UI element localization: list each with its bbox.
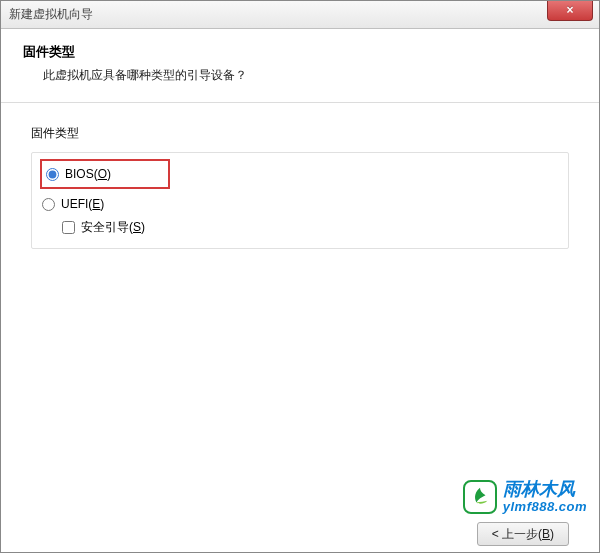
close-button[interactable]: × <box>547 1 593 21</box>
radio-bios[interactable]: BIOS(O) <box>40 159 170 189</box>
checkbox-secure-boot-input[interactable] <box>62 221 75 234</box>
leaf-icon <box>469 486 491 508</box>
header-panel: 固件类型 此虚拟机应具备哪种类型的引导设备？ <box>1 29 599 103</box>
close-icon: × <box>566 3 573 17</box>
watermark-text: 雨林木风 ylmf888.com <box>503 480 587 514</box>
checkbox-secure-boot-label: 安全引导(S) <box>81 219 145 236</box>
page-subtitle: 此虚拟机应具备哪种类型的引导设备？ <box>23 67 577 84</box>
group-label: 固件类型 <box>31 125 569 142</box>
watermark: 雨林木风 ylmf888.com <box>463 480 587 514</box>
watermark-icon <box>463 480 497 514</box>
checkbox-secure-boot[interactable]: 安全引导(S) <box>40 215 560 238</box>
footer-buttons: < 上一步(B) <box>1 522 599 546</box>
content-area: 固件类型 BIOS(O) UEFI(E) 安全引导(S) <box>1 103 599 259</box>
watermark-url: ylmf888.com <box>503 500 587 514</box>
window-title: 新建虚拟机向导 <box>9 6 93 23</box>
radio-uefi-label: UEFI(E) <box>61 197 104 211</box>
radio-bios-label: BIOS(O) <box>65 167 111 181</box>
back-button[interactable]: < 上一步(B) <box>477 522 569 546</box>
firmware-options: BIOS(O) UEFI(E) 安全引导(S) <box>31 152 569 249</box>
titlebar: 新建虚拟机向导 × <box>1 1 599 29</box>
wizard-window: 新建虚拟机向导 × 固件类型 此虚拟机应具备哪种类型的引导设备？ 固件类型 BI… <box>0 0 600 553</box>
back-button-label: < 上一步(B) <box>492 526 554 543</box>
radio-uefi-input[interactable] <box>42 198 55 211</box>
watermark-brand: 雨林木风 <box>503 480 587 500</box>
radio-uefi[interactable]: UEFI(E) <box>40 193 560 215</box>
radio-bios-input[interactable] <box>46 168 59 181</box>
page-title: 固件类型 <box>23 43 577 61</box>
